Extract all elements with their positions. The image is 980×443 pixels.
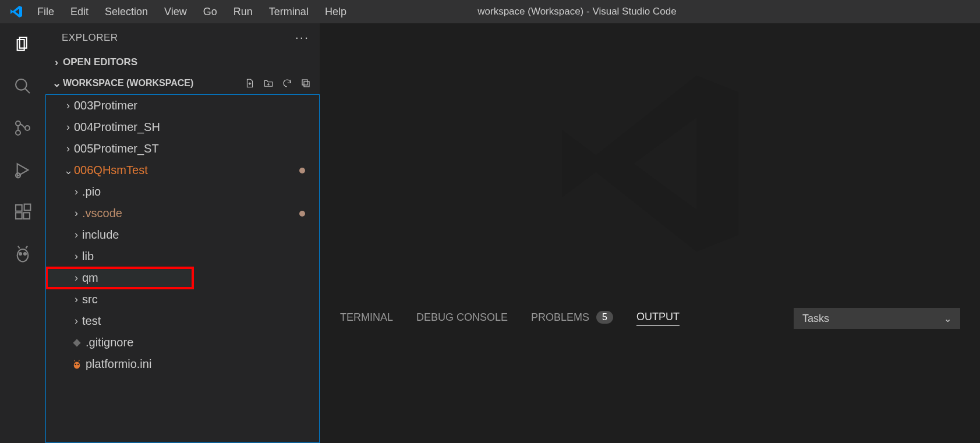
chevron-down-icon: ⌄	[944, 313, 951, 324]
folder-pio[interactable]: ›.pio	[46, 181, 319, 203]
collapse-all-icon[interactable]	[300, 77, 312, 89]
editor-area: TERMINAL DEBUG CONSOLE PROBLEMS 5 OUTPUT…	[320, 23, 980, 443]
svg-point-10	[19, 253, 22, 255]
titlebar: File Edit Selection View Go Run Terminal…	[0, 0, 980, 23]
folder-lib[interactable]: ›lib	[46, 246, 319, 267]
menubar: File Edit Selection View Go Run Terminal…	[29, 2, 355, 22]
vscode-watermark-icon	[546, 59, 755, 268]
folder-004protimer-sh[interactable]: ›004Protimer_SH	[46, 116, 319, 138]
menu-view[interactable]: View	[156, 2, 195, 22]
svg-rect-13	[304, 81, 309, 87]
folder-vscode[interactable]: ›.vscode	[46, 203, 319, 224]
chevron-right-icon: ›	[70, 272, 82, 284]
tab-output[interactable]: OUTPUT	[636, 311, 680, 326]
git-modified-dot-icon	[299, 211, 305, 217]
folder-006qhsmtest[interactable]: ⌄006QHsmTest	[46, 160, 319, 181]
output-channel-dropdown[interactable]: Tasks ⌄	[794, 308, 960, 329]
git-modified-dot-icon	[299, 168, 305, 173]
platformio-file-icon	[70, 359, 83, 370]
folder-test[interactable]: ›test	[46, 310, 319, 332]
chevron-right-icon: ›	[50, 56, 63, 69]
open-editors-label: OPEN EDITORS	[63, 56, 137, 68]
problems-badge: 5	[596, 311, 613, 324]
chevron-right-icon: ›	[70, 207, 82, 219]
editor-empty	[320, 23, 980, 303]
menu-edit[interactable]: Edit	[62, 2, 97, 22]
menu-file[interactable]: File	[29, 2, 62, 22]
tab-terminal[interactable]: TERMINAL	[340, 311, 393, 326]
chevron-right-icon: ›	[70, 186, 82, 198]
svg-point-1	[16, 121, 20, 126]
svg-rect-6	[16, 212, 22, 219]
chevron-right-icon: ›	[62, 100, 74, 112]
file-tree: ›003Protimer ›004Protimer_SH ›005Protime…	[45, 94, 320, 443]
svg-point-16	[77, 363, 79, 365]
svg-rect-8	[24, 204, 31, 211]
new-folder-icon[interactable]	[263, 77, 274, 89]
activity-extensions-icon[interactable]	[12, 201, 33, 222]
chevron-down-icon: ⌄	[62, 164, 74, 177]
panel-tabs: TERMINAL DEBUG CONSOLE PROBLEMS 5 OUTPUT…	[320, 304, 980, 333]
svg-rect-12	[302, 80, 307, 85]
menu-help[interactable]: Help	[317, 2, 355, 22]
chevron-right-icon: ›	[62, 143, 74, 155]
explorer-title: EXPLORER	[62, 32, 118, 44]
git-file-icon	[70, 338, 83, 348]
folder-src[interactable]: ›src	[46, 289, 319, 310]
menu-selection[interactable]: Selection	[97, 2, 156, 22]
svg-point-0	[16, 79, 27, 90]
svg-point-2	[16, 130, 20, 135]
activity-explorer-icon[interactable]	[12, 34, 33, 55]
svg-rect-5	[16, 205, 22, 211]
svg-point-11	[24, 253, 26, 255]
activity-scm-icon[interactable]	[12, 118, 33, 139]
tab-problems[interactable]: PROBLEMS 5	[531, 311, 613, 326]
tab-debug-console[interactable]: DEBUG CONSOLE	[416, 311, 508, 326]
activity-search-icon[interactable]	[12, 76, 33, 97]
bottom-panel: TERMINAL DEBUG CONSOLE PROBLEMS 5 OUTPUT…	[320, 303, 980, 443]
chevron-down-icon: ⌄	[50, 77, 63, 90]
open-editors-section[interactable]: › OPEN EDITORS	[45, 52, 320, 72]
vscode-logo-icon	[8, 3, 24, 20]
sidebar: EXPLORER ··· › OPEN EDITORS ⌄ WORKSPACE …	[45, 23, 320, 443]
file-platformio-ini[interactable]: platformio.ini	[46, 353, 319, 375]
chevron-right-icon: ›	[70, 315, 82, 327]
activity-platformio-icon[interactable]	[12, 243, 33, 264]
window-title: workspace (Workspace) - Visual Studio Co…	[355, 6, 799, 17]
chevron-right-icon: ›	[70, 229, 82, 241]
workspace-label: WORKSPACE (WORKSPACE)	[63, 78, 193, 88]
activity-bar	[0, 23, 45, 443]
folder-include[interactable]: ›include	[46, 224, 319, 246]
svg-point-14	[74, 362, 80, 368]
sidebar-header: EXPLORER ···	[45, 23, 320, 52]
chevron-right-icon: ›	[70, 293, 82, 306]
svg-rect-7	[23, 212, 30, 219]
chevron-right-icon: ›	[62, 121, 74, 133]
refresh-icon[interactable]	[281, 77, 293, 89]
svg-point-9	[17, 249, 29, 261]
menu-terminal[interactable]: Terminal	[261, 2, 317, 22]
chevron-right-icon: ›	[70, 250, 82, 263]
workspace-section[interactable]: ⌄ WORKSPACE (WORKSPACE)	[45, 72, 320, 94]
svg-point-15	[75, 363, 76, 365]
folder-005protimer-st[interactable]: ›005Protimer_ST	[46, 138, 319, 160]
new-file-icon[interactable]	[244, 77, 256, 89]
more-actions-icon[interactable]: ···	[295, 30, 309, 45]
menu-run[interactable]: Run	[225, 2, 261, 22]
folder-003protimer[interactable]: ›003Protimer	[46, 95, 319, 116]
file-gitignore[interactable]: .gitignore	[46, 332, 319, 353]
activity-run-debug-icon[interactable]	[12, 160, 33, 180]
menu-go[interactable]: Go	[195, 2, 225, 22]
folder-qm[interactable]: ›qm	[46, 267, 193, 289]
